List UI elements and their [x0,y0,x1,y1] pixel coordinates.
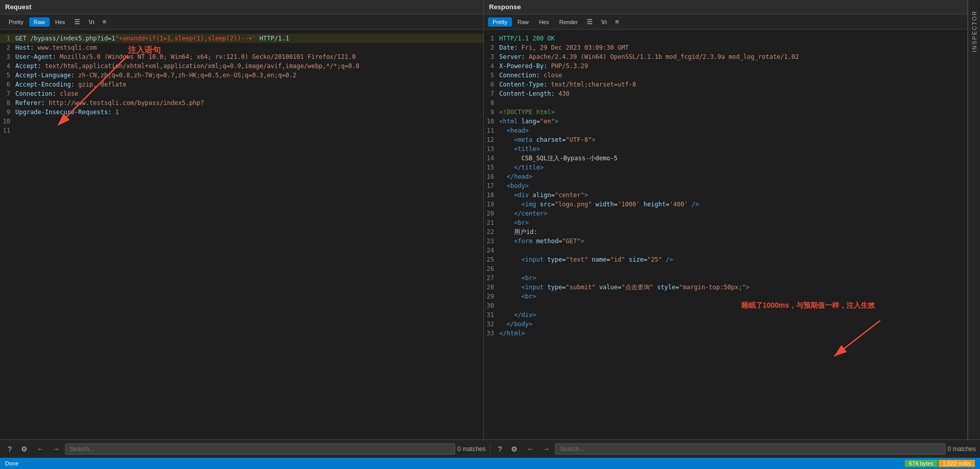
request-title: Request [5,3,31,11]
response-line-1: 1 HTTP/1.1 200 OK [484,34,967,43]
request-line-6: 6 Accept-Encoding: gzip, deflate [0,80,483,89]
response-line-32: 32 </body> [484,319,967,329]
right-prev-btn[interactable]: ← [523,443,537,454]
request-pretty-btn[interactable]: Pretty [4,17,28,27]
response-line-2: 2 Date: Fri, 29 Dec 2023 03:09:30 GMT [484,43,967,52]
response-line-19: 19 <img src="logo.png" width='1000' heig… [484,200,967,209]
request-panel-header: Request [0,0,483,14]
response-line-33: 33 </html> [484,329,967,338]
request-line-2: 2 Host: www.testsqli.com [0,43,483,52]
response-title: Response [489,3,521,11]
response-line-12: 12 <meta charset="UTF-8"> [484,135,967,144]
response-line-9: 9 <!DOCTYPE html> [484,108,967,117]
left-next-btn[interactable]: → [49,443,63,454]
response-line-25: 25 <input type="text" name="id" size="25… [484,255,967,264]
response-raw-btn[interactable]: Raw [513,17,534,27]
response-toolbar: Pretty Raw Hex Render ☰ \n ≡ [484,14,967,30]
request-line-3: 3 User-Agent: Mozilla/5.0 (Windows NT 10… [0,52,483,61]
request-line-5: 5 Accept-Language: zh-CN,zh;q=0.8,zh-TW;… [0,71,483,80]
response-line-17: 17 <body> [484,181,967,190]
response-backslash-btn[interactable]: \n [598,16,610,27]
request-line-10: 10 [0,117,483,126]
right-settings-btn[interactable]: ⚙ [507,443,521,455]
response-line-10: 10 <html lang="en"> [484,117,967,126]
right-search-input[interactable] [555,443,945,455]
request-line-11: 11 [0,126,483,135]
response-line-22: 22 用户id: [484,227,967,237]
request-line-1: 1 GET /bypass/index5.php?id=1'+anandd+if… [0,34,483,43]
response-line-16: 16 </head> [484,172,967,181]
response-code-area[interactable]: 1 HTTP/1.1 200 OK 2 Date: Fri, 29 Dec 20… [484,30,967,439]
request-line-8: 8 Referer: http://www.testsqli.com/bypas… [0,98,483,108]
request-raw-btn[interactable]: Raw [29,17,50,27]
request-line-4: 4 Accept: text/html,application/xhtml+xm… [0,61,483,71]
response-line-3: 3 Server: Apache/2.4.39 (Win64) OpenSSL/… [484,52,967,61]
response-line-8: 8 [484,98,967,108]
left-help-btn[interactable]: ? [4,443,15,455]
request-code-area[interactable]: 1 GET /bypass/index5.php?id=1'+anandd+if… [0,30,483,439]
request-hex-btn[interactable]: Hex [51,17,70,27]
request-panel: Request Pretty Raw Hex ☰ \n ≡ 1 GET /byp… [0,0,484,439]
response-line-15: 15 </title> [484,163,967,172]
response-line-30: 30 [484,301,967,310]
inspector-panel: INSPECTOR [968,0,980,439]
status-millis-badge: 1,022 millis [939,460,975,467]
request-menu-btn[interactable]: ≡ [99,16,110,27]
response-line-21: 21 <br> [484,218,967,227]
response-panel-header: Response [484,0,967,14]
request-toolbar: Pretty Raw Hex ☰ \n ≡ [0,14,483,30]
right-next-btn[interactable]: → [539,443,553,454]
inspector-label: INSPECTOR [971,10,977,52]
response-render-btn[interactable]: Render [555,17,582,27]
response-line-20: 20 </center> [484,209,967,218]
response-hex-btn[interactable]: Hex [535,17,554,27]
response-line-5: 5 Connection: close [484,71,967,80]
status-bar: Done 674 bytes 1,022 millis [0,458,980,469]
response-line-4: 4 X-Powered-By: PHP/5.3.29 [484,61,967,71]
request-icon1-btn[interactable]: ☰ [71,16,84,27]
response-line-11: 11 <head> [484,126,967,135]
response-line-27: 27 <br> [484,273,967,283]
response-line-18: 18 <div align="center"> [484,190,967,200]
right-search-section: ? ⚙ ← → 0 matches [491,443,981,455]
response-line-26: 26 [484,264,967,273]
right-help-btn[interactable]: ? [495,443,506,455]
response-menu-btn[interactable]: ≡ [611,16,623,27]
response-line-28: 28 <input type="submit" value="点击查询" sty… [484,283,967,292]
left-search-section: ? ⚙ ← → 0 matches [0,443,491,455]
left-match-count: 0 matches [457,445,485,453]
right-match-count: 0 matches [948,445,976,453]
response-line-6: 6 Content-Type: text/html;charset=utf-8 [484,80,967,89]
response-line-24: 24 [484,246,967,255]
response-line-14: 14 CSB_SQL注入-Bypass-小demo-5 [484,154,967,163]
left-settings-btn[interactable]: ⚙ [17,443,31,455]
response-line-7: 7 Content-Length: 430 [484,89,967,98]
left-prev-btn[interactable]: ← [33,443,47,454]
response-icon1-btn[interactable]: ☰ [583,16,596,27]
response-pretty-btn[interactable]: Pretty [488,17,512,27]
status-right-section: 674 bytes 1,022 millis [905,460,975,467]
request-backslash-btn[interactable]: \n [85,16,98,27]
request-line-7: 7 Connection: close [0,89,483,98]
response-line-13: 13 <title> [484,144,967,154]
response-panel: Response Pretty Raw Hex Render ☰ \n ≡ 1 … [484,0,968,439]
bottom-bar: ? ⚙ ← → 0 matches ? ⚙ ← → 0 matches [0,439,980,458]
request-line-9: 9 Upgrade-Insecure-Requests: 1 [0,108,483,117]
status-bytes-badge: 674 bytes [905,460,938,467]
response-line-29: 29 <br> [484,292,967,301]
status-done-text: Done [5,460,18,466]
response-line-31: 31 </div> [484,310,967,319]
left-search-input[interactable] [65,443,455,455]
response-line-23: 23 <form method="GET"> [484,237,967,246]
